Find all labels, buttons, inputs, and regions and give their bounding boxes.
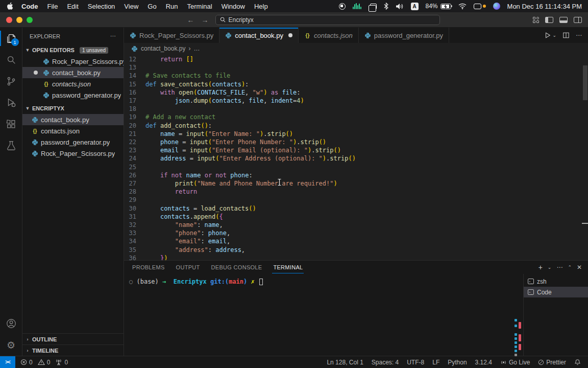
- open-editor-item[interactable]: contact_book.py: [22, 67, 124, 78]
- source-control-icon[interactable]: [0, 71, 22, 92]
- run-dropdown-chevron[interactable]: ⌄: [552, 33, 556, 38]
- split-editor-icon[interactable]: [562, 32, 570, 39]
- history-forward-button[interactable]: →: [201, 16, 208, 24]
- bluetooth-icon[interactable]: [384, 3, 388, 10]
- menu-go[interactable]: Go: [148, 3, 156, 10]
- accounts-icon[interactable]: [0, 313, 22, 334]
- open-editor-item[interactable]: Rock_Paper_Scissors.py: [22, 56, 124, 67]
- open-editor-item[interactable]: password_generator.py: [22, 89, 124, 101]
- terminal-command-mark: [514, 333, 517, 336]
- folder-section-header[interactable]: ▼ ENCRIPTYX: [22, 103, 124, 114]
- breadcrumb-more[interactable]: …: [193, 45, 200, 52]
- maximize-panel-icon[interactable]: ⌃: [568, 265, 572, 270]
- menu-run[interactable]: Run: [166, 3, 178, 10]
- code-text: "phone": phone,: [145, 229, 230, 237]
- terminal-instance-code[interactable]: >_Code: [524, 287, 588, 297]
- testing-icon[interactable]: [0, 135, 22, 156]
- outline-section[interactable]: › OUTLINE: [22, 333, 124, 344]
- stop-recording-icon[interactable]: [339, 3, 346, 10]
- file-tree-item[interactable]: password_generator.py: [22, 136, 124, 148]
- menu-window[interactable]: Window: [222, 3, 245, 10]
- apple-menu-icon[interactable]: [6, 2, 13, 10]
- command-center-search[interactable]: Encriptyx: [215, 15, 440, 25]
- line-number: 33: [124, 229, 145, 237]
- menu-terminal[interactable]: Terminal: [187, 3, 212, 10]
- minimize-window-button[interactable]: [16, 17, 22, 23]
- ports-indicator[interactable]: 0: [55, 359, 68, 366]
- menu-selection[interactable]: Selection: [88, 3, 115, 10]
- language-mode[interactable]: Python: [448, 359, 467, 366]
- menu-edit[interactable]: Edit: [67, 3, 78, 10]
- indentation[interactable]: Spaces: 4: [372, 359, 399, 366]
- breadcrumb[interactable]: contact_book.py › …: [124, 43, 588, 54]
- remote-indicator[interactable]: ><: [0, 356, 15, 368]
- close-panel-icon[interactable]: ✕: [577, 264, 582, 271]
- zoom-window-button[interactable]: [27, 17, 33, 23]
- microphone-waveform-icon: [353, 3, 361, 9]
- siri-icon[interactable]: [493, 3, 500, 10]
- code-editor[interactable]: 12 return []1314# Save contacts to file1…: [124, 54, 588, 260]
- menu-help[interactable]: Help: [254, 3, 268, 10]
- notifications-bell-icon[interactable]: [574, 359, 581, 365]
- encoding[interactable]: UTF-8: [407, 359, 424, 366]
- customize-layout-icon[interactable]: [533, 17, 539, 23]
- explorer-more-actions[interactable]: ⋯: [110, 33, 116, 39]
- timeline-section[interactable]: › TIMELINE: [22, 344, 124, 356]
- editor-tab[interactable]: Rock_Paper_Scissors.py: [124, 28, 219, 43]
- editor-scrollbar[interactable]: [583, 65, 587, 100]
- panel-more-actions[interactable]: ⋯: [556, 264, 562, 271]
- open-editors-header[interactable]: ▼ OPEN EDITORS 1 unsaved: [22, 44, 124, 56]
- breadcrumb-file[interactable]: contact_book.py: [141, 45, 185, 52]
- editor-tab[interactable]: {}contacts.json: [299, 28, 359, 43]
- run-python-file-button[interactable]: ⌄: [544, 32, 556, 39]
- panel-tab-problems[interactable]: PROBLEMS: [131, 262, 166, 273]
- explorer-icon[interactable]: 1: [0, 28, 22, 49]
- line-number: 23: [124, 146, 145, 154]
- go-live-button[interactable]: Go Live: [500, 359, 530, 366]
- open-editor-item[interactable]: {}contacts.json: [22, 78, 124, 89]
- eol-sequence[interactable]: LF: [432, 359, 439, 366]
- control-center-icon[interactable]: [474, 4, 486, 9]
- volume-icon[interactable]: [396, 3, 404, 10]
- close-window-button[interactable]: [6, 17, 12, 23]
- menu-code[interactable]: Code: [21, 3, 38, 10]
- editor-tab[interactable]: password_generator.py: [359, 28, 449, 43]
- problems-indicator[interactable]: 0 0: [20, 359, 50, 366]
- menu-file[interactable]: File: [47, 3, 58, 10]
- toggle-secondary-sidebar-icon[interactable]: [574, 17, 582, 23]
- screen-mirroring-icon[interactable]: [370, 4, 377, 9]
- editor-tab[interactable]: contact_book.py: [219, 28, 299, 43]
- toggle-primary-sidebar-icon[interactable]: [545, 17, 553, 23]
- editor-more-actions[interactable]: ⋯: [576, 32, 582, 39]
- menubar-clock[interactable]: Mon Dec 16 11:14:34 PM: [507, 3, 582, 10]
- new-terminal-icon[interactable]: +: [538, 263, 543, 271]
- prettier-status[interactable]: Prettier: [538, 359, 566, 366]
- history-back-button[interactable]: ←: [187, 16, 194, 24]
- panel-tab-output[interactable]: OUTPUT: [175, 262, 201, 273]
- status-bar: >< 0 0 0 Ln 128, Col 1 Spaces: 4 UTF-8 L…: [0, 356, 588, 368]
- code-text: with open(CONTACTS_FILE, "w") as file:: [145, 88, 301, 97]
- terminal-instance-zsh[interactable]: >_zsh: [524, 276, 588, 287]
- search-view-icon[interactable]: [0, 49, 22, 71]
- input-source-icon[interactable]: A: [411, 3, 419, 10]
- file-tree-item[interactable]: contact_book.py: [22, 114, 124, 125]
- code-text: "address": address,: [145, 246, 245, 254]
- battery-indicator[interactable]: 84%: [426, 3, 451, 10]
- toggle-panel-icon[interactable]: [559, 17, 568, 23]
- extensions-icon[interactable]: [0, 113, 22, 135]
- tab-modified-dot[interactable]: [288, 33, 292, 37]
- wifi-icon[interactable]: [458, 3, 467, 9]
- cursor-position[interactable]: Ln 128, Col 1: [327, 359, 363, 366]
- settings-gear-icon[interactable]: ⚙: [0, 334, 22, 356]
- terminal-profile-chevron[interactable]: ⌄: [548, 265, 552, 270]
- panel-tab-terminal[interactable]: TERMINAL: [272, 262, 304, 273]
- python-interpreter[interactable]: 3.12.4: [475, 359, 492, 366]
- file-label: contact_book.py: [52, 69, 101, 77]
- menu-view[interactable]: View: [124, 3, 138, 10]
- terminal[interactable]: ○ (base) → Encriptyx git:(main) ✗: [124, 274, 523, 356]
- panel-tab-debug-console[interactable]: DEBUG CONSOLE: [210, 262, 263, 273]
- file-tree-item[interactable]: {}contacts.json: [22, 125, 124, 136]
- tab-label: password_generator.py: [374, 32, 443, 39]
- file-tree-item[interactable]: Rock_Paper_Scissors.py: [22, 148, 124, 159]
- run-debug-icon[interactable]: [0, 92, 22, 113]
